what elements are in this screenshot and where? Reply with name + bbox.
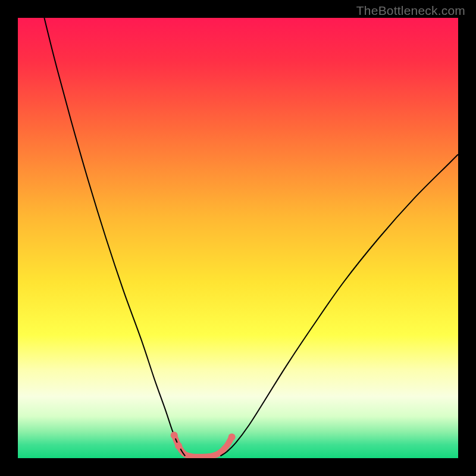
plot-area: [18, 18, 458, 458]
optimal-dot-1: [171, 432, 178, 439]
optimal-dot-2: [175, 442, 182, 449]
bottleneck-curve-left: [44, 18, 185, 456]
chart-frame: TheBottleneck.com: [0, 0, 476, 476]
optimal-dot-3: [228, 433, 236, 440]
curve-layer: [18, 18, 458, 458]
watermark-text: TheBottleneck.com: [356, 4, 465, 18]
bottleneck-curve-right: [220, 154, 458, 456]
